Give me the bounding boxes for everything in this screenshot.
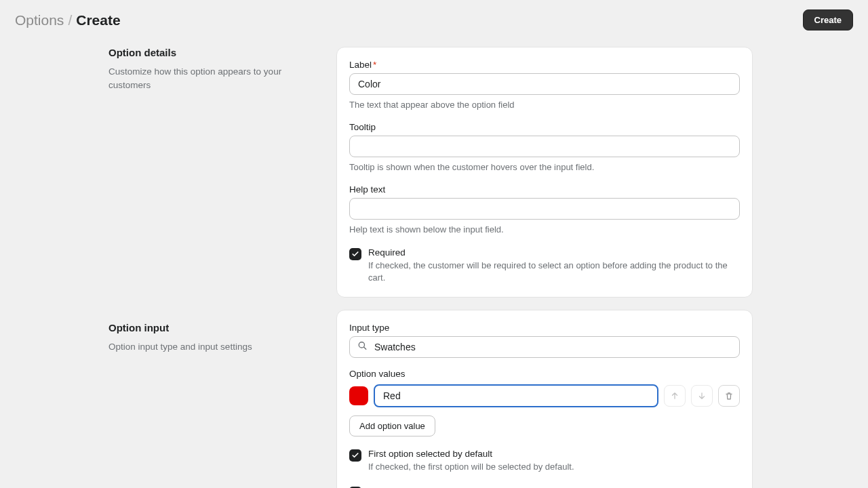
first-selected-checkbox[interactable] (349, 449, 361, 462)
move-down-button[interactable] (691, 385, 713, 407)
label-help: The text that appear above the option fi… (349, 99, 740, 111)
delete-button[interactable] (718, 385, 740, 407)
tooltip-help: Tooltip is shown when the customer hover… (349, 161, 740, 174)
option-value-input[interactable] (374, 384, 658, 407)
check-icon (351, 451, 359, 460)
helptext-input[interactable] (349, 198, 740, 220)
move-up-button[interactable] (664, 385, 686, 407)
helptext-help: Help text is shown below the input field… (349, 224, 740, 236)
check-icon (351, 250, 359, 258)
first-selected-help: If checked, the first option will be sel… (368, 461, 740, 474)
add-option-value-button[interactable]: Add option value (349, 415, 435, 436)
tooltip-input[interactable] (349, 136, 740, 157)
breadcrumb-current: Create (76, 12, 120, 28)
svg-line-1 (364, 348, 366, 350)
required-help: If checked, the customer will be require… (368, 260, 740, 285)
required-checkbox[interactable] (349, 248, 361, 260)
option-values-label: Option values (349, 369, 740, 379)
section-desc-input: Option input type and input settings (108, 340, 312, 354)
label-input[interactable] (349, 73, 740, 95)
input-type-select[interactable] (349, 336, 740, 358)
arrow-down-icon (697, 391, 707, 401)
arrow-up-icon (670, 391, 679, 401)
search-icon (357, 341, 368, 354)
helptext-field-label: Help text (349, 184, 740, 195)
card-option-input: Input type Option values (336, 310, 753, 488)
breadcrumb-separator: / (68, 12, 72, 28)
section-title-details: Option details (108, 47, 312, 58)
breadcrumb-parent[interactable]: Options (15, 12, 64, 28)
required-star-icon: * (373, 60, 376, 70)
option-value-row (349, 384, 740, 407)
section-title-input: Option input (108, 322, 312, 333)
trash-icon (724, 391, 734, 401)
tooltip-field-label: Tooltip (349, 122, 740, 132)
create-button[interactable]: Create (803, 9, 853, 30)
required-label: Required (368, 247, 740, 258)
section-desc-details: Customize how this option appears to you… (108, 65, 312, 92)
label-field-label: Label* (349, 60, 740, 70)
input-type-label: Input type (349, 323, 740, 333)
breadcrumb: Options/Create (15, 12, 121, 28)
color-swatch[interactable] (349, 386, 368, 405)
svg-point-0 (359, 342, 364, 348)
first-selected-label: First option selected by default (368, 449, 740, 459)
card-option-details: Label* The text that appear above the op… (336, 47, 753, 298)
